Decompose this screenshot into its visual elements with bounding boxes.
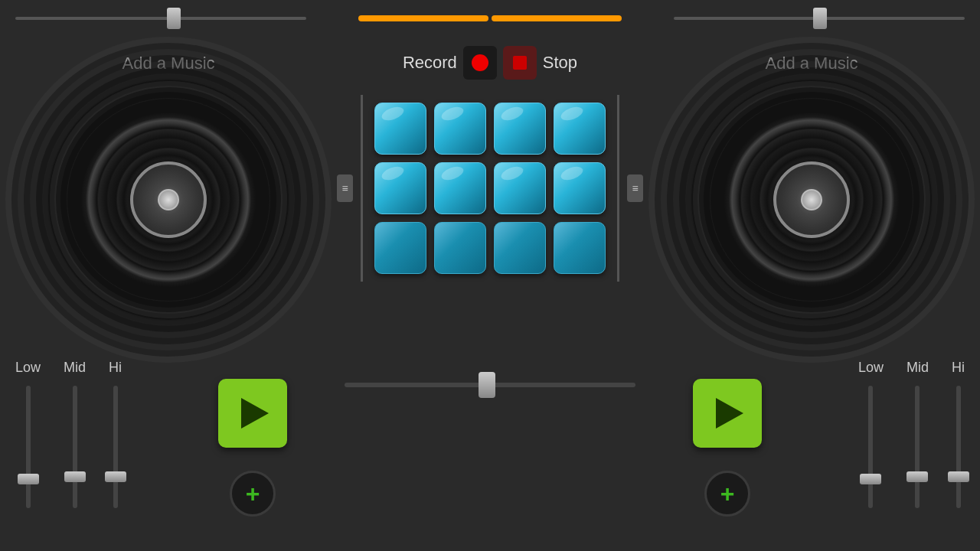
- eq-low-left-thumb[interactable]: [18, 474, 39, 484]
- pad-right-side-icon: ≡: [632, 182, 638, 194]
- top-slider-left[interactable]: [15, 17, 306, 20]
- turntable-left[interactable]: [50, 81, 287, 318]
- stop-label: Stop: [543, 53, 577, 73]
- pad-row-3: [374, 222, 606, 274]
- eq-low-right-slider[interactable]: [868, 386, 873, 508]
- pad-2-3[interactable]: [494, 162, 546, 214]
- record-label: Record: [403, 53, 457, 73]
- eq-mid-left-label: Mid: [64, 360, 86, 376]
- crossfader-thumb[interactable]: [479, 372, 495, 398]
- turntable-left-center: [158, 189, 179, 210]
- top-progress-bars: [345, 15, 635, 21]
- pad-row-1: [374, 103, 606, 155]
- top-slider-left-thumb[interactable]: [167, 8, 181, 29]
- plus-icon-left: +: [246, 481, 260, 506]
- top-slider-right-track: [674, 17, 965, 20]
- pad-right-side-button[interactable]: ≡: [627, 174, 643, 202]
- pad-row-2: [374, 162, 606, 214]
- pad-3-1[interactable]: [374, 222, 426, 274]
- eq-column-low-left: Low: [15, 360, 41, 508]
- pad-1-1[interactable]: [374, 103, 426, 155]
- stop-square-icon: [513, 56, 527, 70]
- crossfader-track[interactable]: [345, 383, 635, 387]
- turntable-left-inner: [130, 161, 207, 238]
- top-slider-right-thumb[interactable]: [813, 8, 827, 29]
- deck-right-label: Add a Music: [658, 54, 965, 73]
- eq-column-low-right: Low: [858, 360, 884, 508]
- pad-2-2[interactable]: [434, 162, 486, 214]
- add-music-button-right[interactable]: +: [704, 471, 750, 517]
- eq-mid-right-thumb[interactable]: [906, 471, 928, 482]
- deck-right: Add a Music: [658, 54, 965, 318]
- pad-left-side-button[interactable]: ≡: [337, 174, 353, 202]
- record-stop-bar: Record Stop: [337, 46, 643, 80]
- eq-low-right-label: Low: [858, 360, 884, 376]
- pad-section: ≡ ≡: [337, 95, 643, 282]
- stop-button[interactable]: [503, 46, 537, 80]
- top-slider-left-track: [15, 17, 306, 20]
- pad-3-3[interactable]: [494, 222, 546, 274]
- pad-3-4[interactable]: [554, 222, 606, 274]
- eq-column-hi-right: Hi: [952, 360, 965, 508]
- eq-hi-left-slider[interactable]: [113, 386, 118, 508]
- pad-1-3[interactable]: [494, 103, 546, 155]
- top-slider-right[interactable]: [674, 17, 965, 20]
- play-icon-left: [241, 398, 269, 429]
- turntable-right-center: [801, 189, 822, 210]
- bottom-center: [337, 375, 643, 387]
- eq-low-right-thumb[interactable]: [860, 474, 881, 484]
- pad-1-4[interactable]: [554, 103, 606, 155]
- turntable-right[interactable]: [693, 81, 930, 318]
- eq-hi-right-slider[interactable]: [956, 386, 961, 508]
- turntable-left-container: [15, 81, 322, 318]
- play-button-right[interactable]: [693, 379, 762, 448]
- play-button-left[interactable]: [218, 379, 287, 448]
- pad-3-2[interactable]: [434, 222, 486, 274]
- deck-left-label: Add a Music: [15, 54, 322, 73]
- eq-column-hi-left: Hi: [109, 360, 122, 508]
- play-icon-right: [716, 398, 743, 429]
- eq-hi-left-label: Hi: [109, 360, 122, 376]
- pad-2-4[interactable]: [554, 162, 606, 214]
- pad-left-side-icon: ≡: [341, 182, 348, 194]
- top-sliders-container: [0, 15, 980, 21]
- eq-hi-left-thumb[interactable]: [105, 471, 126, 482]
- record-dot-icon: [472, 54, 488, 71]
- eq-mid-right-label: Mid: [906, 360, 929, 376]
- eq-mid-left-slider[interactable]: [73, 386, 77, 508]
- eq-mid-left-thumb[interactable]: [64, 471, 86, 482]
- center-panel: Record Stop ≡: [337, 46, 643, 282]
- eq-low-left-slider[interactable]: [26, 386, 31, 508]
- pad-grid: [361, 95, 619, 282]
- eq-hi-right-label: Hi: [952, 360, 965, 376]
- deck-left: Add a Music: [15, 54, 322, 318]
- progress-bar-right: [492, 15, 622, 21]
- eq-column-mid-left: Mid: [64, 360, 86, 508]
- eq-section-right: Low Mid Hi: [858, 360, 972, 508]
- add-music-button-left[interactable]: +: [230, 471, 276, 517]
- pad-2-1[interactable]: [374, 162, 426, 214]
- record-button[interactable]: [463, 46, 497, 80]
- eq-section-left: Low Mid Hi: [8, 360, 122, 508]
- turntable-right-inner: [773, 161, 850, 238]
- progress-bar-left: [358, 15, 488, 21]
- eq-low-left-label: Low: [15, 360, 41, 376]
- pad-1-2[interactable]: [434, 103, 486, 155]
- eq-column-mid-right: Mid: [906, 360, 929, 508]
- turntable-right-container: [658, 81, 965, 318]
- eq-mid-right-slider[interactable]: [915, 386, 920, 508]
- eq-hi-right-thumb[interactable]: [948, 471, 969, 482]
- plus-icon-right: +: [720, 481, 735, 506]
